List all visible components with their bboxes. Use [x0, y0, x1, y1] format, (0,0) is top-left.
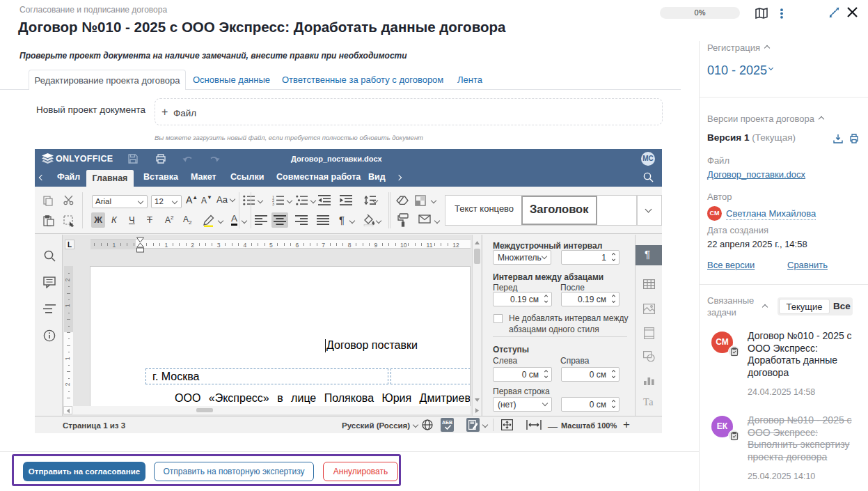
svg-text:3: 3	[272, 202, 274, 205]
